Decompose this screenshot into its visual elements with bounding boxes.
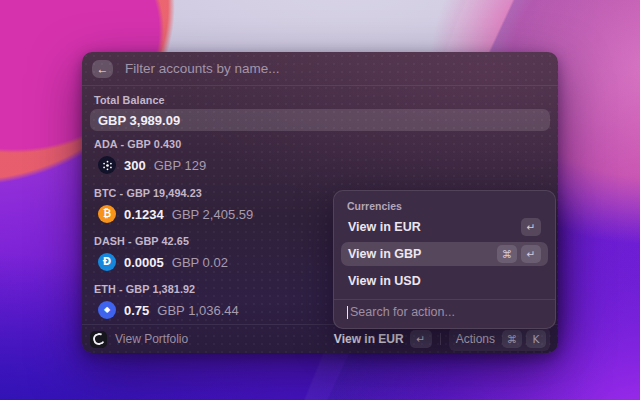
eth-fiat-value: GBP 1,036.44	[157, 303, 238, 318]
dash-amount: 0.0005	[124, 255, 164, 270]
back-arrow-icon: ←	[97, 63, 109, 75]
ada-icon	[98, 156, 116, 174]
action-search-placeholder: Search for action...	[350, 305, 455, 319]
section-total-balance: Total Balance	[94, 94, 546, 106]
return-key-icon: ↵	[521, 245, 541, 263]
dash-fiat-value: GBP 0.02	[172, 255, 228, 270]
ada-fiat-value: GBP 129	[154, 158, 207, 173]
ada-amount: 300	[124, 158, 146, 173]
currencies-popup: Currencies View in EUR ↵ View in GBP ⌘ ↵…	[333, 190, 556, 329]
footer-actions-area: View in EUR ↵ Actions ⌘ K	[334, 327, 550, 351]
popup-title: Currencies	[347, 200, 542, 212]
btc-icon: ₿	[98, 205, 116, 223]
btc-fiat-value: GBP 2,405.59	[172, 207, 253, 222]
footer-app-label: View Portfolio	[115, 332, 188, 346]
eth-amount: 0.75	[124, 303, 149, 318]
command-key-icon: ⌘	[497, 245, 517, 263]
btc-amount: 0.1234	[124, 207, 164, 222]
command-key-icon: ⌘	[502, 330, 522, 348]
return-key-icon: ↵	[521, 218, 541, 236]
actions-button[interactable]: Actions ⌘ K	[449, 327, 550, 351]
eth-icon: ◆	[98, 301, 116, 319]
footer-primary-action[interactable]: View in EUR	[334, 332, 404, 346]
popup-item-view-in-usd[interactable]: View in USD	[341, 269, 548, 293]
view-in-gbp-label: View in GBP	[348, 247, 493, 261]
screen: ← Total Balance GBP 3,989.09 ADA - GBP 0…	[0, 0, 640, 400]
return-key-icon: ↵	[410, 330, 432, 348]
back-button[interactable]: ←	[92, 60, 113, 78]
actions-label: Actions	[456, 332, 495, 346]
action-search-input[interactable]: Search for action...	[341, 300, 548, 324]
view-in-usd-label: View in USD	[348, 274, 541, 288]
filter-accounts-input[interactable]	[123, 60, 548, 77]
footer-divider	[440, 333, 441, 345]
k-key-icon: K	[526, 330, 546, 348]
app-icon	[90, 331, 107, 348]
popup-item-view-in-gbp[interactable]: View in GBP ⌘ ↵	[341, 242, 548, 266]
dash-icon: Đ	[98, 253, 116, 271]
view-in-eur-label: View in EUR	[348, 220, 517, 234]
account-row-ada[interactable]: 300 GBP 129	[90, 153, 550, 177]
launcher-header: ←	[82, 52, 558, 86]
popup-item-view-in-eur[interactable]: View in EUR ↵	[341, 215, 548, 239]
text-caret	[347, 306, 348, 319]
section-ada: ADA - GBP 0.430	[94, 138, 546, 150]
total-balance-row[interactable]: GBP 3,989.09	[90, 109, 550, 131]
total-balance-value: GBP 3,989.09	[98, 113, 180, 128]
